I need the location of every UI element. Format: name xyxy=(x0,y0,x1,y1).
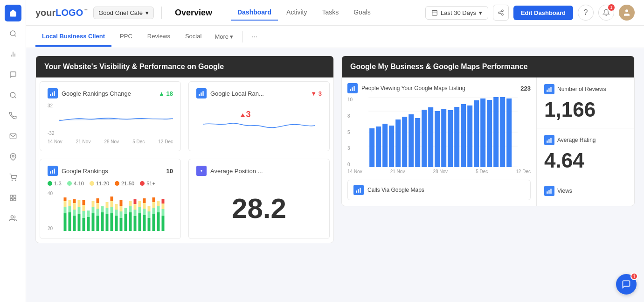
sidebar-email-icon[interactable] xyxy=(5,128,21,145)
rankings-title-area: Google Rankings xyxy=(48,166,108,176)
svg-rect-94 xyxy=(143,198,146,203)
svg-rect-54 xyxy=(87,217,90,231)
calls-title: Calls Via Google Maps xyxy=(367,187,424,193)
sidebar-analytics-icon[interactable] xyxy=(5,46,21,63)
notification-button[interactable]: 1 xyxy=(598,5,614,21)
chat-button[interactable]: 1 xyxy=(616,274,637,295)
google-rankings-change-card: Google Rankings Change ▲ 18 32 -32 xyxy=(40,81,181,151)
svg-rect-62 xyxy=(97,198,99,203)
svg-rect-12 xyxy=(14,198,16,201)
number-of-reviews-stat: Number of Reviews 1,166 xyxy=(537,77,634,128)
date-range-button[interactable]: Last 30 Days ▾ xyxy=(425,6,488,20)
tab-goals[interactable]: Goals xyxy=(347,5,377,21)
sidebar-reports-icon[interactable] xyxy=(5,190,21,206)
help-button[interactable]: ? xyxy=(578,5,594,21)
svg-rect-66 xyxy=(106,208,109,214)
share-button[interactable] xyxy=(493,5,509,21)
tab-tasks[interactable]: Tasks xyxy=(315,5,345,21)
svg-rect-80 xyxy=(125,208,127,214)
svg-rect-87 xyxy=(134,199,137,204)
sidebar-cart-icon[interactable] xyxy=(5,169,21,186)
calls-icon xyxy=(353,185,364,195)
tab-activity[interactable]: Activity xyxy=(280,5,313,21)
svg-rect-151 xyxy=(550,189,551,194)
svg-rect-50 xyxy=(83,218,85,231)
rankings-title: Google Rankings xyxy=(62,168,108,175)
svg-rect-76 xyxy=(120,211,123,218)
svg-rect-143 xyxy=(547,90,547,92)
website-cards-grid: Google Rankings Change ▲ 18 32 -32 xyxy=(36,77,333,243)
svg-point-21 xyxy=(502,14,504,15)
sidebar-home-icon[interactable] xyxy=(5,5,21,21)
x-label-3: 28 Nov xyxy=(104,139,119,144)
svg-rect-81 xyxy=(129,212,132,231)
sub-navigation: Local Business Client PPC Reviews Social… xyxy=(26,26,644,48)
reviews-stat-header: Number of Reviews xyxy=(544,84,627,94)
local-rankings-icon xyxy=(196,88,207,98)
sub-tab-more[interactable]: More ▾ xyxy=(210,28,238,46)
local-rankings-title-area: Google Local Ran... xyxy=(196,88,264,98)
calls-title-area: Calls Via Google Maps xyxy=(353,185,424,195)
edit-dashboard-button[interactable]: Edit Dashboard xyxy=(513,6,573,20)
website-section-title: Your Website's Visibility & Performance … xyxy=(44,63,224,70)
sub-tab-ppc[interactable]: PPC xyxy=(113,27,139,47)
svg-rect-52 xyxy=(83,205,85,211)
svg-rect-13 xyxy=(10,198,13,201)
sidebar-chat-icon[interactable] xyxy=(5,66,21,83)
sub-tab-local-business[interactable]: Local Business Client xyxy=(35,27,111,47)
svg-rect-29 xyxy=(199,94,200,96)
svg-rect-89 xyxy=(138,207,141,213)
svg-rect-11 xyxy=(14,195,16,197)
sub-tab-social[interactable]: Social xyxy=(179,27,208,47)
svg-rect-145 xyxy=(550,87,551,92)
tab-dashboard[interactable]: Dashboard xyxy=(231,5,278,21)
client-name: Good Grief Cafe xyxy=(98,9,143,16)
avg-pos-header: Average Position ... xyxy=(196,166,322,176)
logo-area: yourLOGO™ Good Grief Cafe ▾ xyxy=(35,7,162,19)
svg-rect-59 xyxy=(97,216,99,231)
overview-title: Overview xyxy=(175,8,220,17)
local-rankings-wavy-chart: 3 xyxy=(196,103,322,140)
sidebar-search2-icon[interactable] xyxy=(5,87,21,104)
rankings-change-chart-container: 32 -32 xyxy=(48,103,173,137)
reviews-icon xyxy=(544,84,554,94)
gmb-chart-title-area: People Viewing Your Google Maps Listing xyxy=(347,83,465,93)
svg-rect-61 xyxy=(97,203,99,209)
more-chevron-icon: ▾ xyxy=(230,33,233,40)
svg-rect-63 xyxy=(101,212,104,231)
svg-rect-126 xyxy=(422,110,427,167)
y-label-40: 40 xyxy=(48,191,55,196)
sidebar-users-icon[interactable] xyxy=(5,210,21,227)
user-avatar[interactable] xyxy=(619,5,635,21)
client-selector[interactable]: Good Grief Cafe ▾ xyxy=(93,7,154,19)
google-rankings-card: Google Rankings 10 1-3 xyxy=(40,159,181,239)
svg-rect-123 xyxy=(402,117,407,167)
gmb-section-wrapper: Google My Business & Google Maps Perform… xyxy=(341,56,635,206)
gmb-section: Google My Business & Google Maps Perform… xyxy=(341,56,635,243)
svg-rect-68 xyxy=(111,213,113,231)
svg-rect-53 xyxy=(83,200,85,205)
y-top-label: 32 xyxy=(48,103,54,108)
svg-rect-39 xyxy=(64,197,67,201)
reviews-label: Number of Reviews xyxy=(557,86,606,92)
svg-rect-26 xyxy=(52,92,53,96)
svg-point-24 xyxy=(625,9,628,12)
svg-rect-107 xyxy=(162,204,165,209)
sidebar-search-icon[interactable] xyxy=(5,25,21,42)
svg-point-109 xyxy=(201,170,202,172)
gmb-bar-chart-svg xyxy=(355,97,531,167)
website-section-header: Your Website's Visibility & Performance … xyxy=(36,56,333,77)
svg-point-14 xyxy=(11,216,13,218)
sub-tab-reviews[interactable]: Reviews xyxy=(141,27,177,47)
sidebar-phone-icon[interactable] xyxy=(5,107,21,124)
svg-rect-137 xyxy=(493,97,499,167)
calls-via-google-card: Calls Via Google Maps xyxy=(347,180,531,200)
svg-rect-93 xyxy=(143,203,146,209)
gmb-y-8: 8 xyxy=(347,113,353,119)
svg-rect-110 xyxy=(350,89,351,91)
gmb-y-0: 0 xyxy=(347,162,353,167)
svg-rect-84 xyxy=(134,216,137,231)
sub-nav-overflow-button[interactable]: ··· xyxy=(248,29,261,45)
avg-rating-icon xyxy=(544,135,554,145)
sidebar-location-icon[interactable] xyxy=(5,148,21,165)
